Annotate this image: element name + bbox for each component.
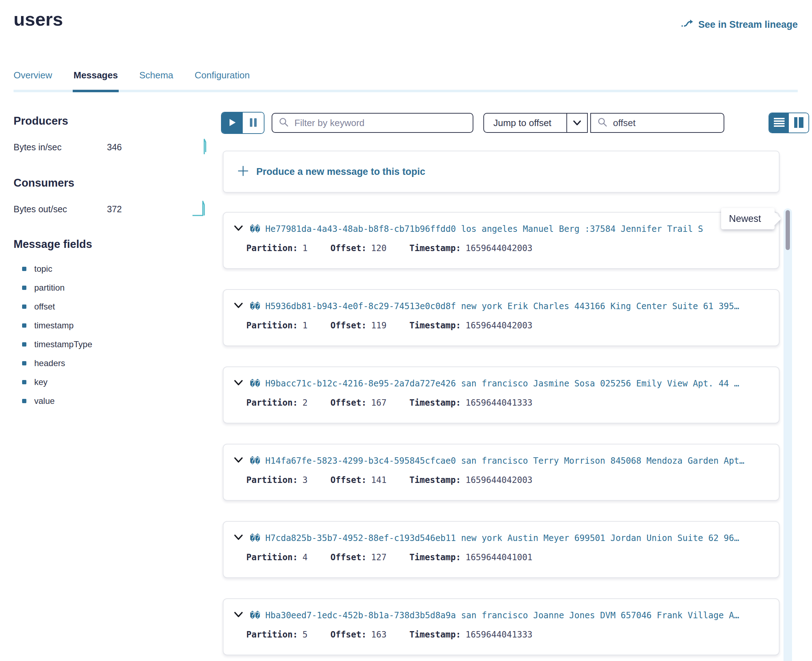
bullet-icon — [22, 399, 26, 403]
partition-value: 5 — [298, 630, 308, 640]
offset-value: 127 — [367, 552, 386, 562]
partition-label: Partition: — [246, 398, 298, 408]
bullet-icon — [22, 380, 26, 384]
sidebar: Producers Bytes in/sec 346 Consumers Byt… — [14, 115, 208, 410]
field-label: offset — [34, 302, 55, 311]
message-key: �� H14fa67fe-5823-4299-b3c4-595845cfcae0… — [250, 456, 744, 466]
partition-label: Partition: — [246, 475, 298, 485]
bytes-out-value: 372 — [107, 204, 150, 214]
partition-label: Partition: — [246, 552, 298, 562]
field-label: topic — [34, 264, 53, 274]
offset-label: Offset: — [330, 475, 367, 485]
message-fields-list: topic partition offset timestamp timesta… — [14, 259, 208, 410]
chevron-down-icon[interactable] — [234, 225, 243, 233]
chevron-down-icon[interactable] — [234, 535, 243, 542]
offset-value: 119 — [367, 321, 386, 330]
bullet-icon — [22, 323, 26, 328]
pause-icon — [249, 118, 258, 128]
message-key-row: �� H9bacc71c-b12c-4216-8e95-2a7da727e426… — [234, 378, 771, 388]
offset-label: Offset: — [330, 243, 367, 253]
chevron-down-icon[interactable] — [234, 380, 243, 387]
message-key-row: �� H14fa67fe-5823-4299-b3c4-595845cfcae0… — [234, 456, 771, 466]
messages-toolbar: Jump to offset — [221, 112, 809, 134]
timestamp-value: 1659644042003 — [461, 475, 533, 485]
timestamp-label: Timestamp: — [409, 398, 461, 408]
columns-view-button[interactable] — [789, 113, 809, 133]
columns-view-icon — [793, 117, 804, 129]
chevron-down-icon[interactable] — [234, 612, 243, 619]
dashed-arrow-right-icon — [681, 18, 693, 32]
scrollbar-thumb[interactable] — [786, 210, 790, 250]
tab-messages[interactable]: Messages — [74, 70, 118, 90]
consumers-heading: Consumers — [14, 177, 208, 190]
bytes-in-label: Bytes in/sec — [14, 142, 107, 152]
newest-tooltip: Newest — [721, 208, 775, 229]
bytes-in-value: 346 — [107, 142, 150, 152]
message-field-offset: offset — [14, 297, 208, 316]
timestamp-label: Timestamp: — [409, 630, 461, 640]
offset-label: Offset: — [330, 552, 367, 562]
tab-configuration[interactable]: Configuration — [195, 70, 250, 90]
jump-to-offset-label: Jump to offset — [484, 113, 566, 132]
message-card[interactable]: �� He77981da-4a43-48ab-b8f8-cb71b96ffdd0… — [223, 212, 780, 269]
offset-label: Offset: — [330, 321, 367, 330]
chevron-down-icon[interactable] — [234, 457, 243, 465]
tabs: Overview Messages Schema Configuration — [14, 70, 798, 92]
lineage-link-label: See in Stream lineage — [698, 19, 798, 30]
tab-schema[interactable]: Schema — [139, 70, 173, 90]
message-field-partition: partition — [14, 278, 208, 297]
play-button[interactable] — [222, 113, 243, 133]
partition-label: Partition: — [246, 243, 298, 253]
message-meta-row: Partition: 5 Offset: 163 Timestamp: 1659… — [246, 630, 555, 640]
message-key-row: �� H5936db81-b943-4e0f-8c29-74513e0c0d8f… — [234, 301, 771, 311]
timestamp-label: Timestamp: — [409, 321, 461, 330]
jump-to-offset-select[interactable]: Jump to offset — [483, 113, 588, 133]
play-icon — [229, 118, 236, 128]
filter-input[interactable] — [294, 117, 472, 129]
message-meta-row: Partition: 2 Offset: 167 Timestamp: 1659… — [246, 398, 555, 408]
list-view-button[interactable] — [769, 113, 789, 133]
timestamp-value: 1659644041333 — [461, 398, 533, 408]
offset-label: Offset: — [330, 398, 367, 408]
offset-label: Offset: — [330, 630, 367, 640]
offset-input[interactable] — [612, 117, 724, 129]
bytes-in-metric: Bytes in/sec 346 — [14, 138, 208, 156]
offset-value: 141 — [367, 475, 386, 485]
message-card[interactable]: �� H5936db81-b943-4e0f-8c29-74513e0c0d8f… — [223, 289, 780, 346]
produce-message-button[interactable]: Produce a new message to this topic — [223, 151, 780, 193]
message-card[interactable]: �� H14fa67fe-5823-4299-b3c4-595845cfcae0… — [223, 444, 780, 501]
scrollbar-track[interactable] — [783, 208, 792, 661]
timestamp-label: Timestamp: — [409, 475, 461, 485]
field-label: partition — [34, 283, 64, 293]
see-in-stream-lineage-link[interactable]: See in Stream lineage — [681, 18, 798, 32]
view-toggle-group — [769, 113, 809, 133]
timestamp-value: 1659644042003 — [461, 321, 533, 330]
pause-button[interactable] — [243, 113, 264, 133]
message-card[interactable]: �� Hba30eed7-1edc-452b-8b1a-738d3b5d8a9a… — [223, 598, 780, 655]
producers-heading: Producers — [14, 115, 208, 128]
timestamp-value: 1659644041001 — [461, 552, 533, 562]
timestamp-value: 1659644041333 — [461, 630, 533, 640]
newest-tooltip-label: Newest — [729, 213, 761, 224]
message-key: �� H5936db81-b943-4e0f-8c29-74513e0c0d8f… — [250, 301, 739, 311]
message-field-timestampType: timestampType — [14, 335, 208, 354]
message-meta-row: Partition: 4 Offset: 127 Timestamp: 1659… — [246, 552, 555, 562]
bytes-out-label: Bytes out/sec — [14, 204, 107, 214]
message-card[interactable]: �� H7cda825b-35b7-4952-88ef-c193d546eb11… — [223, 521, 780, 578]
offset-value: 120 — [367, 243, 386, 253]
tab-overview[interactable]: Overview — [14, 70, 52, 90]
field-label: value — [34, 396, 54, 406]
message-key-row: �� H7cda825b-35b7-4952-88ef-c193d546eb11… — [234, 533, 771, 543]
message-fields-heading: Message fields — [14, 238, 208, 251]
timestamp-label: Timestamp: — [409, 552, 461, 562]
message-key-row: �� Hba30eed7-1edc-452b-8b1a-738d3b5d8a9a… — [234, 610, 771, 620]
message-meta-row: Partition: 1 Offset: 120 Timestamp: 1659… — [246, 243, 555, 253]
search-icon — [279, 117, 289, 129]
chevron-down-icon[interactable] — [234, 303, 243, 310]
message-key: �� H9bacc71c-b12c-4216-8e95-2a7da727e426… — [250, 378, 739, 388]
topic-page: users See in Stream lineage Overview Mes… — [0, 0, 812, 661]
field-label: timestamp — [34, 321, 74, 330]
message-card[interactable]: �� H9bacc71c-b12c-4216-8e95-2a7da727e426… — [223, 366, 780, 423]
message-key-row: �� He77981da-4a43-48ab-b8f8-cb71b96ffdd0… — [234, 224, 771, 234]
offset-search-box — [590, 113, 724, 133]
